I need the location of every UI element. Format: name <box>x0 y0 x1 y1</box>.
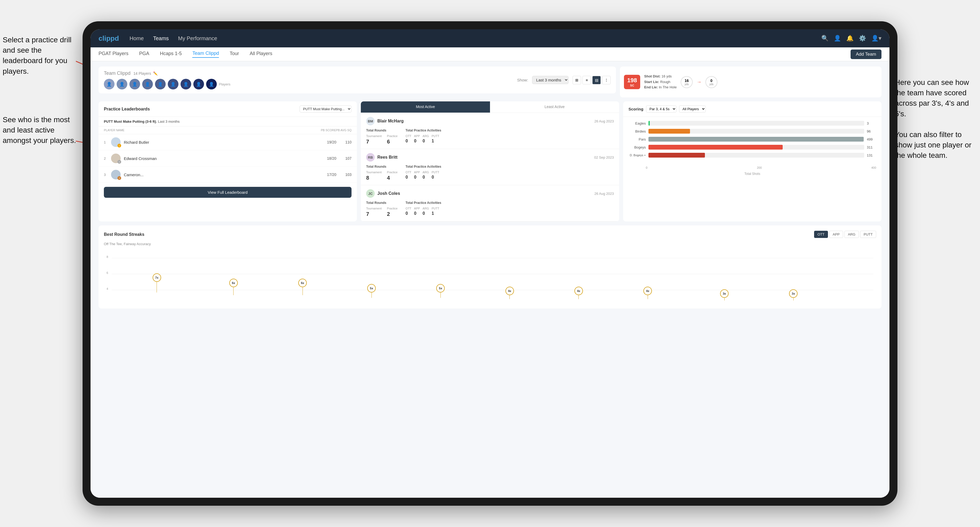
streak-pin-count: 3x <box>789 289 797 298</box>
card-view-button[interactable]: ▤ <box>592 76 601 84</box>
streak-pin-count: 3x <box>720 289 729 298</box>
leaderboard-subtitle: PUTT Must Make Putting (3-6 ft), Last 3 … <box>99 117 357 126</box>
search-icon[interactable]: 🔍 <box>821 35 829 42</box>
grid-line <box>112 290 873 290</box>
avatar: 👤 <box>117 79 127 89</box>
putt-activity: PUTT 0 <box>432 171 439 179</box>
streak-pin-line <box>724 298 725 300</box>
practice-leaderboard-card: Practice Leaderboards PUTT Must Make Put… <box>99 102 357 221</box>
app-logo: clippd <box>99 34 119 43</box>
leaderboard-drill-select[interactable]: PUTT Must Make Putting... <box>300 105 352 113</box>
subnav-tour[interactable]: Tour <box>229 51 239 57</box>
par-filter-select[interactable]: Par 3, 4 & 5s <box>646 105 676 113</box>
y-axis-label: 6 <box>107 271 108 275</box>
player-name: Richard Butler <box>124 140 318 144</box>
streak-pin: 4x <box>574 287 583 299</box>
list-view-button[interactable]: ≡ <box>582 76 591 84</box>
dbogeys-label: D. Bogeys + <box>628 154 646 157</box>
ott-activity: OTT 0 <box>406 135 412 143</box>
streak-pin-count: 7x <box>153 273 161 282</box>
shot-details: Shot Dist: 16 yds Start Lie: Rough End L… <box>644 74 677 90</box>
player-score: 18/20 <box>322 156 336 160</box>
player-avg: 110 <box>339 140 352 144</box>
activity-stats: Total Rounds Tournament 7 Practice 2 <box>366 201 614 217</box>
pars-value: 499 <box>867 137 876 141</box>
avatar: 👤 <box>168 79 178 89</box>
subnav-hcaps[interactable]: Hcaps 1-5 <box>160 51 181 57</box>
putt-activity: PUTT 1 <box>432 135 439 143</box>
activity-stats: Total Rounds Tournament 7 Practice 6 <box>366 129 614 145</box>
avatar: 👤 <box>129 79 140 89</box>
nav-home[interactable]: Home <box>130 35 144 41</box>
app-filter-button[interactable]: APP <box>829 231 843 238</box>
arg-activity: ARG 0 <box>423 135 429 143</box>
subnav-pga[interactable]: PGA <box>139 51 149 57</box>
app-activity: APP 0 <box>414 135 420 143</box>
nav-items: Home Teams My Performance <box>130 35 821 41</box>
eagles-bar-fill <box>648 121 650 125</box>
streak-pin: 5x <box>367 284 376 298</box>
grid-line <box>112 274 873 274</box>
app-activity: APP 0 <box>414 207 420 216</box>
streak-pin-count: 5x <box>367 284 376 292</box>
streaks-title: Best Round Streaks <box>104 232 144 237</box>
players-filter-select[interactable]: All Players <box>679 105 706 113</box>
streak-pin: 6x <box>298 279 307 295</box>
leaderboard-row: 2 2 Edward Crossman 18/20 107 <box>99 151 357 167</box>
putt-activity: PUTT 1 <box>432 207 439 216</box>
scoring-card-header: Scoring Par 3, 4 & 5s All Players <box>623 102 881 117</box>
pars-bar-track <box>648 137 864 141</box>
streak-chart: 8 6 4 7x 6x <box>107 250 873 303</box>
view-full-leaderboard-button[interactable]: View Full Leaderboard <box>104 187 352 198</box>
nav-my-performance[interactable]: My Performance <box>178 35 217 41</box>
total-rounds-section: Total Rounds Tournament 8 Practice 4 <box>366 165 398 181</box>
settings-icon[interactable]: ⚙️ <box>859 35 866 42</box>
subnav-pgat[interactable]: PGAT Players <box>99 51 128 57</box>
tournament-rounds: Tournament 8 <box>366 171 382 181</box>
subnav-team-clippd[interactable]: Team Clippd <box>192 51 219 58</box>
streak-pin: 6x <box>229 279 238 295</box>
edit-icon[interactable]: ✏️ <box>153 71 158 76</box>
arg-filter-button[interactable]: ARG <box>845 231 859 238</box>
gold-badge: 1 <box>118 144 121 148</box>
subnav-all-players[interactable]: All Players <box>250 51 272 57</box>
axis-title: Total Shots <box>623 172 881 178</box>
practice-activities-section: Total Practice Activities OTT 0 APP 0 <box>406 129 441 145</box>
putt-filter-button[interactable]: PUTT <box>860 231 876 238</box>
show-period-select[interactable]: Last 3 months <box>532 76 568 84</box>
team-info: Team Clippd 14 Players ✏️ 👤 👤 👤 👤 👤 👤 <box>104 71 231 89</box>
eagles-label: Eagles <box>628 121 646 125</box>
bogeys-bar-track <box>648 145 864 149</box>
birdies-label: Birdies <box>628 129 646 133</box>
bell-icon[interactable]: 🔔 <box>846 35 854 42</box>
activity-card: Most Active Least Active BM Blair McHarg… <box>361 102 619 221</box>
streak-pin-line <box>509 295 510 299</box>
players-label: Players <box>219 82 231 86</box>
streak-pin: 7x <box>153 273 161 292</box>
practice-activities-section: Total Practice Activities OTT 0 APP 0 <box>406 201 441 217</box>
dbogeys-value: 131 <box>867 153 876 157</box>
least-active-tab[interactable]: Least Active <box>490 102 619 113</box>
most-active-tab[interactable]: Most Active <box>361 102 490 113</box>
user-avatar-icon[interactable]: 👤▾ <box>871 35 881 42</box>
nav-teams[interactable]: Teams <box>153 35 169 41</box>
player-score: 17/20 <box>322 173 336 177</box>
scoring-header: Scoring Par 3, 4 & 5s All Players <box>628 105 706 113</box>
scoring-bar-chart: Eagles 3 Birdies 96 <box>623 117 881 165</box>
grid-view-button[interactable]: ⊞ <box>573 76 581 84</box>
streak-pin-count: 6x <box>298 279 307 287</box>
detail-view-button[interactable]: ⋮ <box>602 76 611 84</box>
bogeys-bar-fill <box>648 145 783 149</box>
streak-pin-count: 5x <box>436 284 445 292</box>
ott-filter-button[interactable]: OTT <box>814 231 828 238</box>
activity-player-avatar: JC <box>366 189 375 198</box>
streaks-filter-buttons: OTT APP ARG PUTT <box>814 231 876 238</box>
add-team-button[interactable]: Add Team <box>851 49 881 59</box>
person-icon[interactable]: 👤 <box>834 35 841 42</box>
rank-number: 1 <box>104 140 108 144</box>
player-activity-header: BM Blair McHarg 26 Aug 2023 <box>366 117 614 125</box>
streak-pin-line <box>793 298 794 300</box>
streak-pin-line <box>648 295 648 299</box>
activity-tabs: Most Active Least Active <box>361 102 619 113</box>
birdies-value: 96 <box>867 129 876 133</box>
